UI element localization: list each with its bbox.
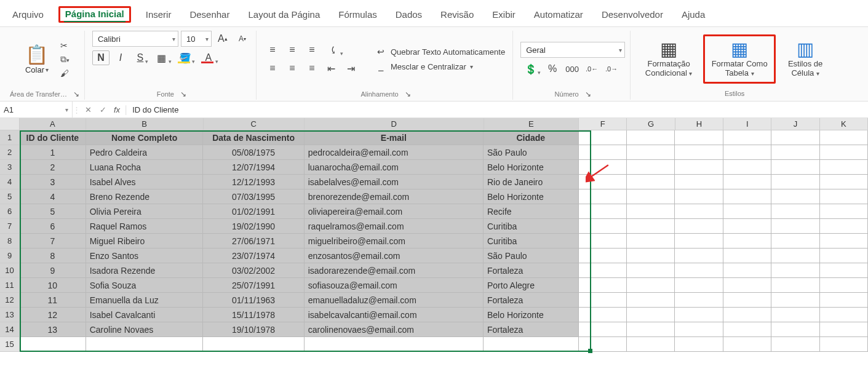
cell-E10[interactable]: Fortaleza (484, 263, 579, 278)
cell-C15[interactable] (203, 337, 304, 352)
cell-I7[interactable] (723, 219, 771, 234)
cell-J15[interactable] (771, 337, 819, 352)
cell-H2[interactable] (675, 145, 723, 160)
cell-H7[interactable] (675, 219, 723, 234)
cell-B6[interactable]: Olivia Pereira (86, 204, 204, 219)
cell-C14[interactable]: 19/10/1978 (203, 322, 304, 337)
cell-G5[interactable] (627, 189, 675, 204)
tab-automate[interactable]: Automatizar (530, 8, 587, 21)
row-header-8[interactable]: 8 (0, 234, 20, 249)
cell-A1[interactable]: ID do Cliente (20, 130, 86, 145)
cell-I11[interactable] (723, 278, 771, 293)
cell-E7[interactable]: Curitiba (484, 219, 579, 234)
cell-H11[interactable] (675, 278, 723, 293)
cell-E13[interactable]: Belo Horizonte (484, 308, 579, 322)
cell-A13[interactable]: 12 (20, 308, 86, 322)
cell-H9[interactable] (675, 249, 723, 263)
cell-C12[interactable]: 01/11/1963 (203, 293, 304, 308)
cell-G6[interactable] (627, 204, 675, 219)
cell-C3[interactable]: 12/07/1994 (203, 160, 304, 175)
accounting-format-button[interactable]: 💲 (520, 62, 541, 76)
cell-A5[interactable]: 4 (20, 189, 86, 204)
cell-K7[interactable] (820, 219, 868, 234)
cell-H14[interactable] (675, 322, 723, 337)
cell-K9[interactable] (820, 249, 868, 263)
cell-K8[interactable] (820, 234, 868, 249)
cell-K11[interactable] (820, 278, 868, 293)
cell-B2[interactable]: Pedro Caldeira (86, 145, 204, 160)
cell-C1[interactable]: Data de Nascimento (203, 130, 304, 145)
fill-color-button[interactable]: 🪣 (175, 50, 196, 65)
cell-G15[interactable] (627, 337, 675, 352)
cell-F5[interactable] (579, 189, 627, 204)
column-header-B[interactable]: B (86, 118, 204, 130)
cell-H5[interactable] (675, 189, 723, 204)
cell-H6[interactable] (675, 204, 723, 219)
row-header-3[interactable]: 3 (0, 160, 20, 175)
cell-I15[interactable] (723, 337, 771, 352)
cell-F3[interactable] (579, 160, 627, 175)
cell-A10[interactable]: 9 (20, 263, 86, 278)
cell-E3[interactable]: Belo Horizonte (484, 160, 579, 175)
cell-B11[interactable]: Sofia Souza (86, 278, 204, 293)
tab-insert[interactable]: Inserir (142, 8, 175, 21)
cell-C6[interactable]: 01/02/1991 (203, 204, 304, 219)
cell-E9[interactable]: São Paulo (484, 249, 579, 263)
cell-F9[interactable] (579, 249, 627, 263)
cell-J4[interactable] (771, 175, 819, 189)
cell-G14[interactable] (627, 322, 675, 337)
row-header-10[interactable]: 10 (0, 263, 20, 278)
tab-developer[interactable]: Desenvolvedor (598, 8, 667, 21)
select-all-button[interactable] (0, 118, 20, 130)
cell-H8[interactable] (675, 234, 723, 249)
alignment-dialog-launcher[interactable]: ↘ (401, 90, 411, 98)
cell-G10[interactable] (627, 263, 675, 278)
format-as-table-button[interactable]: ▦ Formatar Como Tabela ▾ (709, 39, 770, 79)
cell-B13[interactable]: Isabel Cavalcanti (86, 308, 204, 322)
cell-H10[interactable] (675, 263, 723, 278)
cell-B12[interactable]: Emanuella da Luz (86, 293, 204, 308)
cell-C10[interactable]: 03/02/2002 (203, 263, 304, 278)
cell-D10[interactable]: isadorarezende@email.com (305, 263, 484, 278)
column-header-D[interactable]: D (305, 118, 484, 130)
cell-J13[interactable] (771, 308, 819, 322)
cell-styles-button[interactable]: ▥ Estilos de Célula ▾ (779, 39, 831, 79)
cell-G2[interactable] (627, 145, 675, 160)
align-left-button[interactable]: ≡ (264, 61, 281, 76)
cancel-formula-button[interactable]: ✕ (81, 105, 95, 114)
font-name-combo[interactable]: Calibri▾ (92, 31, 178, 47)
bold-button[interactable]: N (92, 50, 109, 65)
tab-draw[interactable]: Desenhar (186, 8, 233, 21)
row-header-11[interactable]: 11 (0, 278, 20, 293)
cell-F6[interactable] (579, 204, 627, 219)
cell-J7[interactable] (771, 219, 819, 234)
cell-I6[interactable] (723, 204, 771, 219)
paste-button[interactable]: 📋 Colar▾ (20, 44, 54, 74)
cell-B15[interactable] (86, 337, 204, 352)
column-header-C[interactable]: C (204, 118, 305, 130)
cell-C13[interactable]: 15/11/1978 (203, 308, 304, 322)
row-header-5[interactable]: 5 (0, 189, 20, 204)
row-header-9[interactable]: 9 (0, 249, 20, 263)
cell-I4[interactable] (723, 175, 771, 189)
cell-F8[interactable] (579, 234, 627, 249)
cell-F11[interactable] (579, 278, 627, 293)
cell-B9[interactable]: Enzo Santos (86, 249, 204, 263)
decrease-font-button[interactable]: A▾ (234, 31, 251, 46)
row-header-1[interactable]: 1 (0, 130, 20, 145)
cell-I14[interactable] (723, 322, 771, 337)
cell-D2[interactable]: pedrocaldeira@email.com (305, 145, 484, 160)
cell-J6[interactable] (771, 204, 819, 219)
cell-A2[interactable]: 1 (20, 145, 86, 160)
decrease-decimal-button[interactable]: .0→ (603, 62, 620, 76)
cell-B1[interactable]: Nome Completo (86, 130, 204, 145)
cell-J8[interactable] (771, 234, 819, 249)
increase-font-button[interactable]: A▴ (214, 31, 231, 46)
cell-G13[interactable] (627, 308, 675, 322)
cell-J2[interactable] (771, 145, 819, 160)
cell-D4[interactable]: isabelalves@email.com (305, 175, 484, 189)
cell-G7[interactable] (627, 219, 675, 234)
cell-J14[interactable] (771, 322, 819, 337)
cell-K6[interactable] (820, 204, 868, 219)
cell-F7[interactable] (579, 219, 627, 234)
